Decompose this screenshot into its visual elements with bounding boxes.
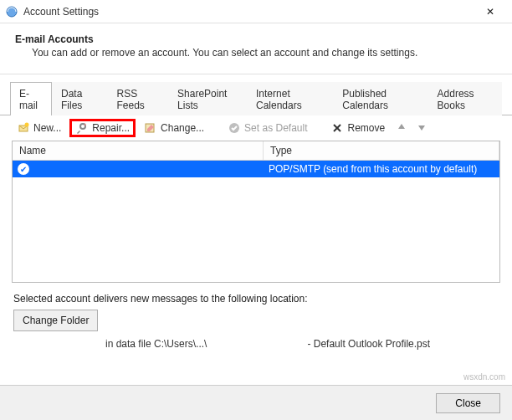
- dialog-header: E-mail Accounts You can add or remove an…: [0, 23, 512, 70]
- tab-internet-calendars[interactable]: Internet Calendars: [247, 82, 333, 115]
- header-subtext: You can add or remove an account. You ca…: [32, 47, 497, 59]
- svg-marker-8: [398, 124, 405, 129]
- tab-strip: E-mail Data Files RSS Feeds SharePoint L…: [0, 81, 512, 115]
- delivery-section: Selected account delivers new messages t…: [0, 283, 512, 350]
- window-title: Account Settings: [23, 6, 474, 18]
- delivers-label: Selected account delivers new messages t…: [13, 293, 499, 305]
- new-button[interactable]: New...: [12, 120, 66, 136]
- window-close-button[interactable]: ✕: [474, 0, 507, 23]
- app-icon: [5, 5, 18, 18]
- tab-email[interactable]: E-mail: [10, 82, 52, 115]
- default-check-icon: ✔: [18, 163, 29, 175]
- dialog-footer: Close: [0, 385, 512, 420]
- set-default-label: Set as Default: [244, 122, 307, 134]
- set-default-button: Set as Default: [223, 120, 312, 136]
- accounts-grid: Name Type ✔ POP/SMTP (send from this acc…: [12, 141, 500, 283]
- move-up-button[interactable]: [393, 122, 410, 135]
- svg-point-0: [7, 7, 17, 17]
- tab-address-books[interactable]: Address Books: [428, 82, 502, 115]
- arrow-down-icon: [417, 123, 427, 135]
- toolbar: New... Repair... Change... Set as Defaul…: [0, 115, 512, 141]
- repair-icon: [75, 121, 89, 135]
- change-folder-button[interactable]: Change Folder: [13, 310, 98, 331]
- titlebar: Account Settings ✕: [0, 0, 512, 23]
- datafile-name: - Default Outlook Profile.pst: [307, 338, 430, 350]
- account-row[interactable]: ✔ POP/SMTP (send from this account by de…: [13, 161, 499, 177]
- move-down-button[interactable]: [413, 122, 430, 135]
- tab-rss-feeds[interactable]: RSS Feeds: [108, 82, 169, 115]
- tab-sharepoint-lists[interactable]: SharePoint Lists: [168, 82, 247, 115]
- svg-point-2: [25, 123, 29, 127]
- change-label: Change...: [161, 122, 204, 134]
- repair-button[interactable]: Repair...: [69, 119, 136, 137]
- arrow-up-icon: [397, 123, 407, 135]
- svg-marker-9: [418, 125, 425, 131]
- new-icon: [17, 121, 30, 135]
- datafile-path: in data file C:\Users\...\: [105, 338, 207, 350]
- close-button[interactable]: Close: [436, 393, 500, 413]
- tab-data-files[interactable]: Data Files: [52, 82, 108, 115]
- remove-label: Remove: [347, 122, 385, 134]
- col-header-type[interactable]: Type: [264, 141, 499, 160]
- remove-icon: [330, 121, 344, 135]
- new-label: New...: [33, 122, 61, 134]
- change-button[interactable]: Change...: [139, 120, 209, 136]
- change-icon: [144, 121, 157, 135]
- watermark: wsxdn.com: [463, 372, 505, 382]
- tab-published-calendars[interactable]: Published Calendars: [333, 82, 428, 115]
- datafile-line: in data file C:\Users\...\ - Default Out…: [13, 338, 499, 350]
- account-row-type-cell: POP/SMTP (send from this account by defa…: [264, 161, 499, 177]
- check-circle-icon: [228, 121, 241, 135]
- remove-button[interactable]: Remove: [325, 120, 390, 136]
- repair-label: Repair...: [92, 122, 130, 134]
- header-heading: E-mail Accounts: [15, 33, 497, 45]
- close-icon: ✕: [486, 6, 494, 18]
- grid-header: Name Type: [13, 141, 499, 161]
- divider: [0, 74, 512, 74]
- col-header-name[interactable]: Name: [13, 141, 264, 160]
- account-row-name-cell: ✔: [13, 161, 264, 177]
